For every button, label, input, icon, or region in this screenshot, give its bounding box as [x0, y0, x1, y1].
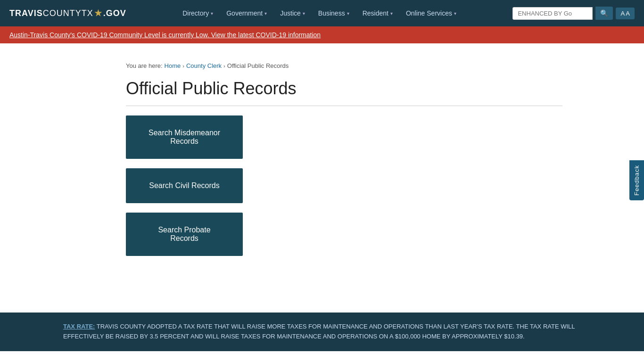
nav-links: Directory ▾ Government ▾ Justice ▾ Busin… — [177, 6, 462, 21]
nav-item-government[interactable]: Government ▾ — [221, 6, 272, 21]
breadcrumb: You are here: Home › County Clerk › Offi… — [126, 62, 562, 69]
tax-rate-text: TAX RATE: TRAVIS COUNTY ADOPTED A TAX RA… — [63, 322, 582, 342]
chevron-down-icon: ▾ — [264, 11, 267, 16]
nav-item-business[interactable]: Business ▾ — [313, 6, 355, 21]
nav-item-directory[interactable]: Directory ▾ — [177, 6, 219, 21]
feedback-wrapper: Feedback — [629, 160, 644, 202]
covid-banner: Austin-Travis County's COVID-19 Communit… — [0, 26, 644, 43]
chevron-down-icon: ▾ — [390, 11, 393, 16]
search-icon: 🔍 — [600, 9, 608, 17]
breadcrumb-home[interactable]: Home — [165, 62, 181, 69]
chevron-down-icon: ▾ — [303, 11, 305, 16]
search-input[interactable] — [512, 7, 593, 20]
breadcrumb-separator: › — [223, 63, 225, 69]
logo-gov: .GOV — [103, 8, 126, 18]
footer: TAX RATE: TRAVIS COUNTY ADOPTED A TAX RA… — [0, 313, 644, 351]
search-button[interactable]: 🔍 — [595, 7, 613, 20]
breadcrumb-county-clerk[interactable]: County Clerk — [186, 62, 222, 69]
breadcrumb-separator: › — [182, 63, 184, 69]
accessibility-button[interactable]: A A — [616, 8, 635, 19]
covid-banner-link[interactable]: Austin-Travis County's COVID-19 Communit… — [9, 31, 321, 39]
logo-star: ★ — [94, 8, 102, 18]
logo-county: COUNTYTX — [43, 8, 93, 18]
search-area: 🔍 A A — [512, 7, 635, 20]
top-navigation: TRAVISCOUNTYTX★.GOV Directory ▾ Governme… — [0, 0, 644, 26]
breadcrumb-label: You are here: — [126, 62, 163, 69]
tax-rate-link[interactable]: TAX RATE: — [63, 323, 95, 330]
main-content: You are here: Home › County Clerk › Offi… — [63, 43, 581, 284]
nav-item-online-services[interactable]: Online Services ▾ — [400, 6, 462, 21]
feedback-button[interactable]: Feedback — [629, 160, 644, 200]
chevron-down-icon: ▾ — [211, 11, 213, 16]
logo-travis: TRAVIS — [9, 8, 43, 18]
tax-rate-body: TRAVIS COUNTY ADOPTED A TAX RATE THAT WI… — [63, 323, 575, 340]
search-probate-button[interactable]: Search Probate Records — [126, 213, 243, 256]
page-title: Official Public Records — [126, 79, 562, 106]
search-civil-button[interactable]: Search Civil Records — [126, 168, 243, 203]
breadcrumb-current: Official Public Records — [227, 62, 289, 69]
nav-item-justice[interactable]: Justice ▾ — [274, 6, 311, 21]
site-logo[interactable]: TRAVISCOUNTYTX★.GOV — [9, 8, 126, 18]
chevron-down-icon: ▾ — [454, 11, 456, 16]
nav-item-resident[interactable]: Resident ▾ — [357, 6, 398, 21]
chevron-down-icon: ▾ — [347, 11, 349, 16]
search-misdemeanor-button[interactable]: Search Misdemeanor Records — [126, 115, 243, 159]
